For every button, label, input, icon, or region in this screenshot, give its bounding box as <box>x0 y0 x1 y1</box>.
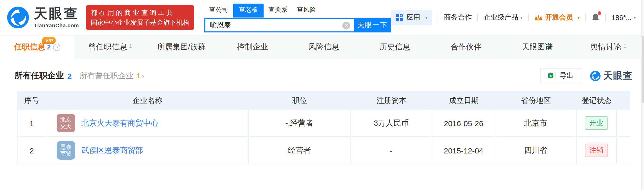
table-header-row: 序号 企业名称 职位 注册资本 成立日期 省份地区 登记状态 <box>17 91 630 110</box>
table-row: 2 恩泰 商贸 武侯区恩泰商贸部 经营者 - 2015-12-04 四川省 注销 <box>17 137 630 164</box>
tab-risk-info[interactable]: 风险信息 <box>288 36 360 59</box>
tab-group-cluster[interactable]: 所属集团/族群 <box>146 36 217 59</box>
search-button[interactable]: 天眼一下 <box>354 19 390 31</box>
badge-line1: 北京 <box>60 116 72 123</box>
date-cell: 2015-12-04 <box>432 137 495 164</box>
logo-title: 天眼查 <box>34 7 79 20</box>
section-actions: x 导出 天眼查 <box>540 68 633 83</box>
tianyancha-logo[interactable]: 天眼查 TianYanCha.com <box>7 6 79 29</box>
membership-label: 开通会员 <box>545 13 573 22</box>
membership-caret-icon: ▾ <box>578 15 580 20</box>
section-count: 2 <box>67 71 72 80</box>
scrollbar-thumb[interactable] <box>642 36 644 103</box>
promo-line2: 国家中小企业发展子基金旗下机构 <box>91 18 189 27</box>
nav-divider <box>605 14 606 21</box>
main-content: 所有任职企业 2 所有曾任职企业 1 › x 导出 <box>0 59 644 164</box>
nav-divider <box>585 14 586 21</box>
tab-public-opinion[interactable]: 舆情讨论 1 <box>573 36 644 59</box>
badge-line2: 商贸 <box>60 150 72 157</box>
tab-graph[interactable]: 天眼图谱 <box>502 36 573 59</box>
excel-icon: x <box>548 72 556 80</box>
status-badge: 注销 <box>585 144 608 157</box>
open-membership-button[interactable]: 开通会员 ▾ <box>534 13 580 22</box>
capital-cell: - <box>351 137 432 164</box>
notification-bell-icon[interactable] <box>591 13 600 22</box>
watermark-logo-icon <box>590 70 601 81</box>
status-cell: 注销 <box>577 137 617 164</box>
tianyancha-logo-icon <box>7 6 29 29</box>
tab-count: 1 <box>623 42 626 49</box>
section-header: 所有任职企业 2 所有曾任职企业 1 › x 导出 <box>14 68 633 83</box>
search-box: × 天眼一下 <box>204 18 391 32</box>
tab-controlled-companies[interactable]: 控制企业 <box>217 36 288 59</box>
col-header-province: 省份地区 <box>495 96 577 105</box>
table-row: 1 北京 火天 北京火天泰有商贸中心 -,经营者 3万人民币 2016-05-2… <box>17 110 630 137</box>
user-phone-label: 186*... <box>612 14 632 21</box>
apps-grid-icon <box>396 14 403 21</box>
svg-text:x: x <box>550 73 552 78</box>
company-link[interactable]: 武侯区恩泰商贸部 <box>81 145 143 155</box>
status-cell: 开业 <box>577 110 617 136</box>
profile-tab-bar: 任职信息 2 ? VIP 曾任职信息 1 所属集团/族群 控制企业 风险信息 历… <box>0 35 644 59</box>
former-companies-link[interactable]: 所有曾任职企业 1 › <box>80 71 144 81</box>
tab-former-positions[interactable]: 曾任职信息 1 <box>75 36 146 59</box>
col-header-date: 成立日期 <box>432 96 495 105</box>
tab-label: 风险信息 <box>308 42 339 52</box>
position-cell: -,经营者 <box>249 110 351 136</box>
capital-cell: 3万人民币 <box>351 110 432 136</box>
tab-label: 控制企业 <box>237 42 268 52</box>
search-input[interactable] <box>205 21 342 29</box>
company-cell: 恩泰 商贸 武侯区恩泰商贸部 <box>46 137 249 164</box>
date-cell: 2016-05-26 <box>432 110 495 136</box>
tab-positions[interactable]: 任职信息 2 ? VIP <box>0 36 75 59</box>
search-input-wrap: × <box>205 19 354 31</box>
row-index: 2 <box>17 137 46 164</box>
tab-label: 历史信息 <box>379 42 410 52</box>
tab-count: 1 <box>129 42 132 49</box>
company-logo-badge: 北京 火天 <box>57 114 75 132</box>
former-companies-count: 1 <box>137 72 141 80</box>
enterprise-caret-icon: ▾ <box>520 15 523 20</box>
company-link[interactable]: 北京火天泰有商贸中心 <box>81 118 159 128</box>
search-tab-relation[interactable]: 查关系 <box>264 4 292 18</box>
logo-domain: TianYanCha.com <box>34 22 79 28</box>
search-tab-boss[interactable]: 查老板 <box>233 4 264 18</box>
province-cell: 四川省 <box>495 137 577 164</box>
col-header-capital: 注册资本 <box>351 96 432 105</box>
company-logo-badge: 恩泰 商贸 <box>57 141 75 160</box>
nav-divider <box>528 14 529 21</box>
col-header-company: 企业名称 <box>46 96 249 105</box>
search-tab-risk[interactable]: 查风险 <box>292 4 321 18</box>
crown-icon <box>534 14 543 21</box>
position-cell: 经营者 <box>249 137 351 164</box>
search-tab-company[interactable]: 查公司 <box>204 4 233 18</box>
tab-label: 合作伙伴 <box>451 42 482 52</box>
apps-menu[interactable]: 应用 ▾ <box>391 10 432 25</box>
help-icon[interactable]: ? <box>53 44 60 51</box>
row-index: 1 <box>17 110 46 136</box>
nav-divider <box>477 14 478 21</box>
tab-label: 天眼图谱 <box>522 42 553 52</box>
vip-badge: VIP <box>42 37 56 44</box>
tab-partners[interactable]: 合作伙伴 <box>431 36 502 59</box>
status-badge: 开业 <box>585 116 608 130</box>
badge-line1: 恩泰 <box>60 144 72 150</box>
export-button[interactable]: x 导出 <box>540 68 581 83</box>
tab-history-info[interactable]: 历史信息 <box>359 36 431 59</box>
header-nav: 应用 ▾ 商务合作 企业级产品 ▾ 开通会员 ▾ <box>391 10 644 25</box>
clear-icon[interactable]: × <box>343 21 350 29</box>
user-caret-icon: ▾ <box>634 15 636 20</box>
section-title: 所有任职企业 <box>14 70 64 81</box>
apps-caret-icon: ▾ <box>425 15 428 20</box>
province-cell: 北京市 <box>495 110 577 136</box>
nav-divider <box>438 14 438 21</box>
nav-business-cooperation[interactable]: 商务合作 <box>444 13 472 22</box>
nav-enterprise-products[interactable]: 企业级产品 ▾ <box>484 13 523 22</box>
col-header-index: 序号 <box>17 96 46 105</box>
company-cell: 北京 火天 北京火天泰有商贸中心 <box>46 110 249 136</box>
logo-text: 天眼查 TianYanCha.com <box>34 7 79 28</box>
notification-dot <box>598 11 601 15</box>
enterprise-label: 企业级产品 <box>484 13 518 22</box>
watermark-text: 天眼查 <box>603 70 633 82</box>
user-account-menu[interactable]: 186*... ▾ <box>612 14 636 21</box>
